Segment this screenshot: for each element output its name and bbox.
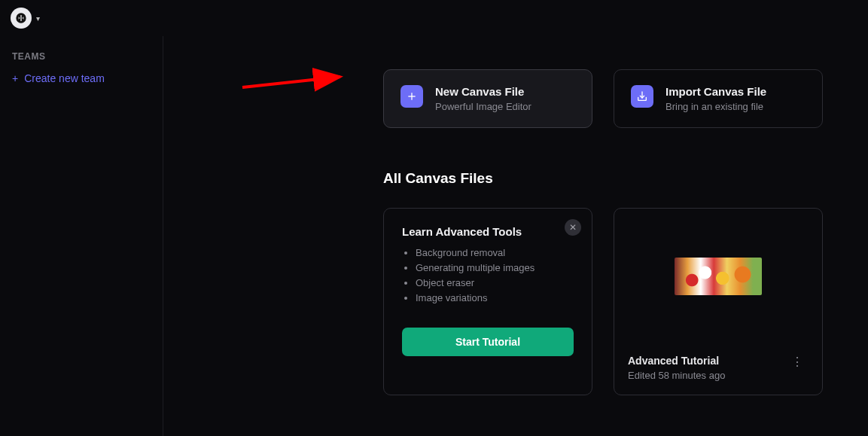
close-button[interactable]: ✕: [565, 219, 581, 236]
action-subtitle: Bring in an existing file: [665, 101, 766, 112]
list-item: Background removal: [416, 245, 574, 261]
create-team-label: Create new team: [24, 72, 105, 84]
more-vertical-icon: ⋮: [791, 355, 804, 368]
action-subtitle: Powerful Image Editor: [435, 101, 531, 112]
import-canvas-card[interactable]: Import Canvas File Bring in an existing …: [614, 69, 823, 128]
thumbnail-area: [614, 209, 822, 344]
plus-icon: [400, 85, 423, 108]
main-content: New Canvas File Powerful Image Editor Im…: [163, 36, 868, 436]
tutorial-list: Background removal Generating multiple i…: [402, 245, 574, 306]
file-title: Advanced Tutorial: [628, 355, 725, 367]
create-team-button[interactable]: + Create new team: [12, 72, 151, 84]
list-item: Object eraser: [416, 276, 574, 291]
logo-icon: [15, 12, 27, 24]
import-icon: [631, 85, 653, 108]
list-item: Generating multiple images: [416, 261, 574, 276]
file-edited-label: Edited 58 minutes ago: [628, 370, 725, 381]
start-tutorial-button[interactable]: Start Tutorial: [402, 328, 574, 356]
new-canvas-card[interactable]: New Canvas File Powerful Image Editor: [383, 69, 592, 128]
tutorial-card: ✕ Learn Advanced Tools Background remova…: [383, 208, 592, 395]
sidebar-heading: TEAMS: [12, 51, 151, 62]
plus-icon: +: [12, 72, 18, 84]
svg-line-1: [242, 77, 340, 87]
sidebar: TEAMS + Create new team: [0, 36, 163, 436]
topbar: ▾: [0, 0, 868, 36]
section-title: All Canvas Files: [383, 170, 838, 187]
annotation-arrow: [239, 65, 352, 95]
list-item: Image variations: [416, 291, 574, 306]
file-thumbnail: [675, 258, 762, 295]
workspace-switcher[interactable]: ▾: [11, 8, 40, 29]
action-title: New Canvas File: [435, 85, 531, 98]
close-icon: ✕: [569, 222, 577, 233]
app-logo: [11, 8, 32, 29]
action-title: Import Canvas File: [665, 85, 766, 98]
more-options-button[interactable]: ⋮: [787, 355, 809, 370]
file-card[interactable]: Advanced Tutorial Edited 58 minutes ago …: [614, 208, 823, 395]
tutorial-title: Learn Advanced Tools: [402, 225, 574, 238]
chevron-down-icon: ▾: [36, 14, 40, 23]
